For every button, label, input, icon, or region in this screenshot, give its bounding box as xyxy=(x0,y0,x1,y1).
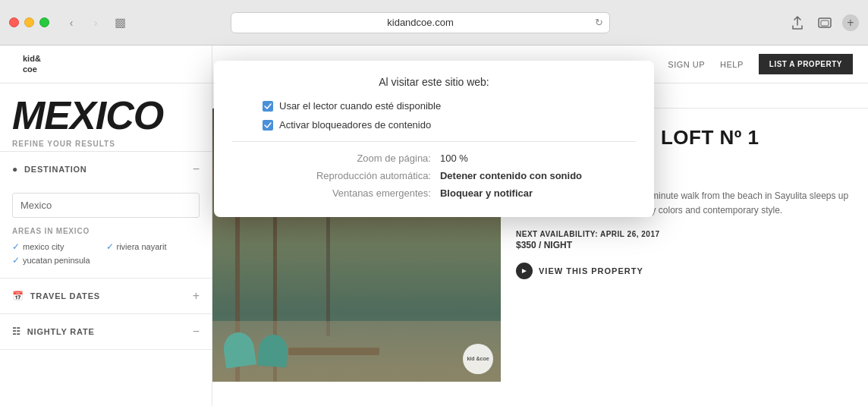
checkbox-reader-row[interactable]: Usar el lector cuando esté disponible xyxy=(232,100,636,112)
header-nav: SIGN UP HELP LIST A PROPERTY xyxy=(668,54,853,74)
check-icon: ✓ xyxy=(12,241,20,252)
page-title-area: MEXICO REFINE YOUR RESULTS xyxy=(0,83,212,152)
destination-section: ● DESTINATION − AREAS IN MEXICO ✓ mexico… xyxy=(0,152,212,279)
address-bar[interactable]: kidandcoe.com ↻ xyxy=(231,12,610,33)
autoplay-value[interactable]: Detener contenido con sonido xyxy=(440,170,636,181)
sidebar-toggle-button[interactable]: ▩ xyxy=(115,15,134,30)
destination-icon: ● xyxy=(12,164,18,175)
toolbar-right: + xyxy=(788,13,859,33)
destination-content: AREAS IN MEXICO ✓ mexico city ✓ riviera … xyxy=(0,187,212,278)
popups-value[interactable]: Bloquear y notificar xyxy=(440,187,636,199)
nav-help[interactable]: HELP xyxy=(720,60,744,69)
property-price: $350 / NIGHT xyxy=(516,240,853,250)
browser-chrome: ‹ › ▩ kidandcoe.com ↻ + xyxy=(0,0,868,46)
view-property-button[interactable]: ► VIEW THIS PROPERTY xyxy=(516,263,853,279)
nav-buttons: ‹ › xyxy=(61,15,105,30)
destination-toggle[interactable]: − xyxy=(193,162,200,176)
travel-dates-title: 📅 TRAVEL DATES xyxy=(12,291,100,301)
site-logo: kid& coe xyxy=(23,54,41,74)
property-availability: NEXT AVAILABILITY: APRIL 26, 2017 xyxy=(516,230,853,238)
zoom-value: 100 % xyxy=(440,153,636,164)
back-button[interactable]: ‹ xyxy=(61,15,81,30)
forward-button[interactable]: › xyxy=(86,15,105,30)
checkbox-blocker[interactable] xyxy=(263,120,273,131)
popup-title: Al visitar este sitio web: xyxy=(232,76,636,88)
rate-icon: ☷ xyxy=(12,326,21,337)
page-content: kid& coe MEXICO REFINE YOUR RESULTS ● DE… xyxy=(0,46,868,406)
travel-dates-section: 📅 TRAVEL DATES + xyxy=(0,279,212,314)
site-header: kid& coe xyxy=(0,46,212,83)
zoom-label: Zoom de página: xyxy=(263,153,431,164)
area-mexico-city[interactable]: ✓ mexico city xyxy=(12,241,106,252)
destination-title: ● DESTINATION xyxy=(12,164,87,175)
windows-icon[interactable] xyxy=(815,13,835,33)
property-logo-watermark: kid & coe xyxy=(463,344,493,374)
check-icon: ✓ xyxy=(106,241,114,252)
new-tab-button[interactable]: + xyxy=(842,14,859,31)
url-text: kidandcoe.com xyxy=(387,17,453,28)
nightly-rate-title: ☷ NIGHTLY RATE xyxy=(12,326,95,337)
nightly-rate-toggle[interactable]: − xyxy=(193,325,200,338)
popups-label: Ventanas emergentes: xyxy=(263,187,431,199)
sidebar: kid& coe MEXICO REFINE YOUR RESULTS ● DE… xyxy=(0,46,212,406)
checkbox-reader-label: Usar el lector cuando esté disponible xyxy=(279,100,441,112)
popup-content: Al visitar este sitio web: Usar el lecto… xyxy=(214,61,654,217)
check-icon: ✓ xyxy=(12,255,20,266)
travel-dates-toggle[interactable]: + xyxy=(193,289,200,303)
nightly-rate-section: ☷ NIGHTLY RATE − xyxy=(0,314,212,350)
calendar-icon: 📅 xyxy=(12,291,24,301)
areas-label: AREAS IN MEXICO xyxy=(12,227,200,235)
destination-section-header[interactable]: ● DESTINATION − xyxy=(0,152,212,187)
svg-rect-1 xyxy=(821,20,829,26)
checkbox-reader[interactable] xyxy=(263,101,273,112)
area-yucatan[interactable]: ✓ yucatan peninsula xyxy=(12,255,106,266)
traffic-lights xyxy=(9,17,49,27)
refine-label: REFINE YOUR RESULTS xyxy=(12,140,200,148)
minimize-button[interactable] xyxy=(24,17,34,27)
page-title: MEXICO xyxy=(12,96,200,135)
area-riviera-nayarit[interactable]: ✓ riviera nayarit xyxy=(106,241,200,252)
arrow-icon: ► xyxy=(516,263,533,279)
refresh-icon[interactable]: ↻ xyxy=(595,17,603,28)
nightly-rate-header[interactable]: ☷ NIGHTLY RATE − xyxy=(0,314,212,349)
checkbox-blocker-row[interactable]: Activar bloqueadores de contenido xyxy=(232,119,636,131)
travel-dates-header[interactable]: 📅 TRAVEL DATES + xyxy=(0,279,212,313)
popup-settings: Zoom de página: 100 % Reproducción autom… xyxy=(232,153,636,199)
autoplay-label: Reproducción automática: xyxy=(263,170,431,181)
close-button[interactable] xyxy=(9,17,19,27)
checkbox-blocker-label: Activar bloqueadores de contenido xyxy=(279,119,431,131)
site-settings-popup[interactable]: Al visitar este sitio web: Usar el lecto… xyxy=(214,61,654,217)
view-property-text: VIEW THIS PROPERTY xyxy=(539,266,643,275)
areas-grid: ✓ mexico city ✓ riviera nayarit ✓ yucata… xyxy=(12,241,200,266)
destination-input[interactable] xyxy=(12,193,200,218)
popup-divider xyxy=(232,141,636,142)
nav-signup[interactable]: SIGN UP xyxy=(668,60,705,69)
share-icon[interactable] xyxy=(788,13,807,33)
list-property-button[interactable]: LIST A PROPERTY xyxy=(759,54,853,74)
fullscreen-button[interactable] xyxy=(39,17,49,27)
